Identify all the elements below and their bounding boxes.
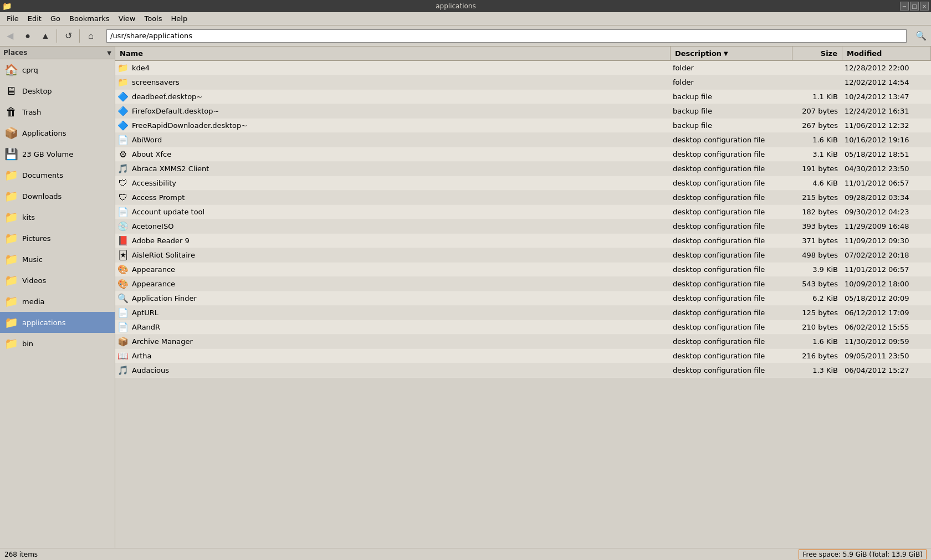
table-row[interactable]: 📄AbiWorddesktop configuration file1.6 Ki… bbox=[115, 133, 931, 147]
menu-file[interactable]: File bbox=[2, 13, 23, 24]
file-modified: 12/02/2012 14:54 bbox=[842, 78, 931, 86]
file-name-cell: 📕Adobe Reader 9 bbox=[115, 235, 671, 246]
table-row[interactable]: 🛡Accessibilitydesktop configuration file… bbox=[115, 176, 931, 191]
toolbar-separator-2 bbox=[79, 29, 80, 43]
menu-view[interactable]: View bbox=[114, 13, 140, 24]
file-name-cell: 🔷FreeRapidDownloader.desktop~ bbox=[115, 120, 671, 131]
search-button[interactable]: 🔍 bbox=[913, 28, 929, 44]
file-description: desktop configuration file bbox=[671, 179, 792, 187]
table-row[interactable]: 📕Adobe Reader 9desktop configuration fil… bbox=[115, 234, 931, 248]
sidebar-item-downloads[interactable]: 📁Downloads bbox=[0, 186, 115, 207]
table-row[interactable]: 📦Archive Managerdesktop configuration fi… bbox=[115, 335, 931, 349]
file-name-text: AcetoneISO bbox=[132, 222, 173, 230]
sidebar-icon-documents: 📁 bbox=[4, 168, 18, 182]
sidebar-item-bin[interactable]: 📁bin bbox=[0, 333, 115, 354]
table-row[interactable]: 📄Account update tooldesktop configuratio… bbox=[115, 205, 931, 219]
reload-button[interactable]: ↺ bbox=[60, 28, 76, 44]
sidebar-icon-volume: 💾 bbox=[4, 147, 18, 161]
menu-help[interactable]: Help bbox=[167, 13, 192, 24]
sidebar-header: Places ▼ bbox=[0, 47, 115, 59]
col-header-name[interactable]: Name bbox=[115, 47, 671, 60]
sidebar-icon-bin: 📁 bbox=[4, 337, 18, 350]
table-row[interactable]: 🔷FirefoxDefault.desktop~backup file207 b… bbox=[115, 104, 931, 119]
back-button[interactable]: ◀ bbox=[2, 28, 18, 44]
col-header-size[interactable]: Size bbox=[792, 47, 842, 60]
sidebar-item-applications-active[interactable]: 📁applications bbox=[0, 312, 115, 333]
file-name-text: AptURL bbox=[132, 309, 158, 317]
free-space: Free space: 5.9 GiB (Total: 13.9 GiB) bbox=[799, 549, 927, 559]
sidebar-item-pictures[interactable]: 📁Pictures bbox=[0, 228, 115, 249]
location-bar: /usr/share/applications bbox=[106, 29, 907, 43]
table-row[interactable]: 📄ARandRdesktop configuration file210 byt… bbox=[115, 320, 931, 335]
sidebar-item-music[interactable]: 📁Music bbox=[0, 249, 115, 270]
table-row[interactable]: 📄AptURLdesktop configuration file125 byt… bbox=[115, 306, 931, 320]
file-size: 1.3 KiB bbox=[792, 366, 842, 374]
sidebar-icon-desktop: 🖥 bbox=[4, 84, 18, 97]
file-name-text: deadbeef.desktop~ bbox=[132, 93, 202, 101]
col-header-modified[interactable]: Modified bbox=[842, 47, 931, 60]
sidebar-item-documents[interactable]: 📁Documents bbox=[0, 165, 115, 186]
forward-button[interactable]: ● bbox=[20, 28, 35, 44]
file-name-cell: 🔷FirefoxDefault.desktop~ bbox=[115, 106, 671, 117]
file-name-cell: 💿AcetoneISO bbox=[115, 221, 671, 232]
file-icon: 📄 bbox=[117, 135, 129, 146]
file-icon: 📁 bbox=[117, 63, 129, 74]
items-count: 268 items bbox=[4, 551, 38, 558]
table-row[interactable]: 📁kde4folder12/28/2012 22:00 bbox=[115, 61, 931, 75]
file-description: desktop configuration file bbox=[671, 208, 792, 216]
table-row[interactable]: 💿AcetoneISOdesktop configuration file393… bbox=[115, 219, 931, 234]
file-modified: 12/24/2012 16:31 bbox=[842, 107, 931, 115]
sidebar-item-kits[interactable]: 📁kits bbox=[0, 207, 115, 228]
file-name-text: Adobe Reader 9 bbox=[132, 237, 190, 245]
close-button[interactable]: × bbox=[920, 2, 929, 11]
sidebar-item-volume[interactable]: 💾23 GB Volume bbox=[0, 143, 115, 165]
file-name-cell: 🎵Abraca XMMS2 Client bbox=[115, 163, 671, 174]
sidebar-label-cprq: cprq bbox=[22, 66, 38, 74]
table-row[interactable]: 📁screensaversfolder12/02/2012 14:54 bbox=[115, 75, 931, 90]
file-list: 📁kde4folder12/28/2012 22:00📁screensavers… bbox=[115, 61, 931, 548]
menu-bookmarks[interactable]: Bookmarks bbox=[65, 13, 114, 24]
menu-go[interactable]: Go bbox=[46, 13, 65, 24]
col-header-description[interactable]: Description ▼ bbox=[671, 47, 792, 60]
file-size: 4.6 KiB bbox=[792, 179, 842, 187]
up-button[interactable]: ▲ bbox=[38, 28, 53, 44]
file-name-cell: 📄Account update tool bbox=[115, 207, 671, 218]
menu-edit[interactable]: Edit bbox=[23, 13, 46, 24]
sidebar-item-videos[interactable]: 📁Videos bbox=[0, 270, 115, 291]
minimize-button[interactable]: − bbox=[900, 2, 909, 11]
file-icon: 📄 bbox=[117, 322, 129, 333]
file-icon: 🛡 bbox=[117, 178, 129, 189]
file-name-cell: 🔍Application Finder bbox=[115, 293, 671, 304]
sidebar-label-kits: kits bbox=[22, 213, 35, 222]
maximize-button[interactable]: □ bbox=[910, 2, 919, 11]
table-row[interactable]: 🔷FreeRapidDownloader.desktop~backup file… bbox=[115, 119, 931, 133]
table-row[interactable]: 🎨Appearancedesktop configuration file543… bbox=[115, 277, 931, 291]
file-size: 498 bytes bbox=[792, 251, 842, 259]
sidebar-item-media[interactable]: 📁media bbox=[0, 291, 115, 312]
file-name-cell: 🃏AisleRiot Solitaire bbox=[115, 250, 671, 261]
file-name-text: Application Finder bbox=[132, 294, 197, 302]
table-row[interactable]: 🔷deadbeef.desktop~backup file1.1 KiB10/2… bbox=[115, 90, 931, 104]
table-row[interactable]: 🃏AisleRiot Solitairedesktop configuratio… bbox=[115, 248, 931, 263]
table-row[interactable]: ⚙About Xfcedesktop configuration file3.1… bbox=[115, 147, 931, 162]
table-row[interactable]: 🔍Application Finderdesktop configuration… bbox=[115, 291, 931, 306]
sidebar-item-cprq[interactable]: 🏠cprq bbox=[0, 59, 115, 80]
table-row[interactable]: 🎵Audaciousdesktop configuration file1.3 … bbox=[115, 363, 931, 378]
table-row[interactable]: 🛡Access Promptdesktop configuration file… bbox=[115, 191, 931, 205]
sidebar-item-applications[interactable]: 📦Applications bbox=[0, 122, 115, 143]
file-modified: 11/30/2012 09:59 bbox=[842, 337, 931, 346]
sidebar-chevron: ▼ bbox=[107, 50, 111, 56]
sidebar-icon-trash: 🗑 bbox=[4, 105, 18, 119]
table-row[interactable]: 🎨Appearancedesktop configuration file3.9… bbox=[115, 263, 931, 277]
home-button[interactable]: ⌂ bbox=[83, 28, 99, 44]
sidebar-icon-videos: 📁 bbox=[4, 274, 18, 287]
menu-tools[interactable]: Tools bbox=[140, 13, 166, 24]
file-description: desktop configuration file bbox=[671, 222, 792, 230]
table-row[interactable]: 🎵Abraca XMMS2 Clientdesktop configuratio… bbox=[115, 162, 931, 176]
sidebar-item-desktop[interactable]: 🖥Desktop bbox=[0, 80, 115, 101]
sidebar-item-trash[interactable]: 🗑Trash bbox=[0, 101, 115, 122]
file-description: backup file bbox=[671, 93, 792, 101]
table-row[interactable]: 📖Arthadesktop configuration file216 byte… bbox=[115, 349, 931, 363]
file-name-text: About Xfce bbox=[132, 150, 171, 158]
file-size: 543 bytes bbox=[792, 280, 842, 288]
